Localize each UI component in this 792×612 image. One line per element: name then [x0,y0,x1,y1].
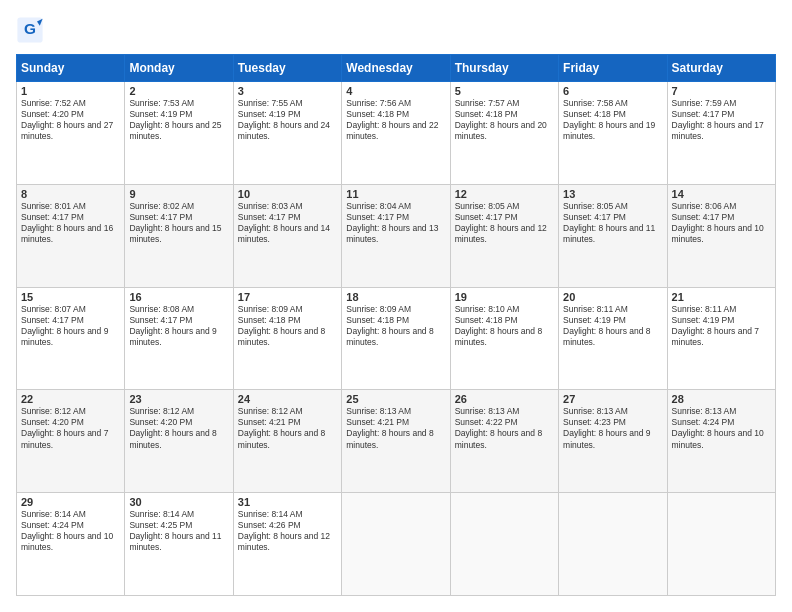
calendar-cell [342,493,450,596]
calendar-cell: 26Sunrise: 8:13 AMSunset: 4:22 PMDayligh… [450,390,558,493]
cell-info: Sunrise: 8:06 AMSunset: 4:17 PMDaylight:… [672,201,771,245]
cell-info: Sunrise: 8:13 AMSunset: 4:23 PMDaylight:… [563,406,662,450]
day-number: 28 [672,393,771,405]
day-number: 16 [129,291,228,303]
cell-info: Sunrise: 8:14 AMSunset: 4:24 PMDaylight:… [21,509,120,553]
cell-info: Sunrise: 7:56 AMSunset: 4:18 PMDaylight:… [346,98,445,142]
calendar-cell: 16Sunrise: 8:08 AMSunset: 4:17 PMDayligh… [125,287,233,390]
calendar-cell [667,493,775,596]
calendar-cell: 1Sunrise: 7:52 AMSunset: 4:20 PMDaylight… [17,82,125,185]
day-number: 25 [346,393,445,405]
cell-info: Sunrise: 8:05 AMSunset: 4:17 PMDaylight:… [563,201,662,245]
calendar-cell: 3Sunrise: 7:55 AMSunset: 4:19 PMDaylight… [233,82,341,185]
calendar-week-4: 22Sunrise: 8:12 AMSunset: 4:20 PMDayligh… [17,390,776,493]
calendar-cell: 22Sunrise: 8:12 AMSunset: 4:20 PMDayligh… [17,390,125,493]
cell-info: Sunrise: 8:02 AMSunset: 4:17 PMDaylight:… [129,201,228,245]
day-number: 6 [563,85,662,97]
calendar-cell: 21Sunrise: 8:11 AMSunset: 4:19 PMDayligh… [667,287,775,390]
day-number: 3 [238,85,337,97]
day-number: 7 [672,85,771,97]
calendar-week-3: 15Sunrise: 8:07 AMSunset: 4:17 PMDayligh… [17,287,776,390]
day-number: 17 [238,291,337,303]
calendar-cell: 23Sunrise: 8:12 AMSunset: 4:20 PMDayligh… [125,390,233,493]
calendar-cell: 10Sunrise: 8:03 AMSunset: 4:17 PMDayligh… [233,184,341,287]
day-number: 23 [129,393,228,405]
col-monday: Monday [125,55,233,82]
day-number: 5 [455,85,554,97]
logo: G [16,16,48,44]
cell-info: Sunrise: 7:55 AMSunset: 4:19 PMDaylight:… [238,98,337,142]
cell-info: Sunrise: 8:09 AMSunset: 4:18 PMDaylight:… [238,304,337,348]
calendar-cell: 20Sunrise: 8:11 AMSunset: 4:19 PMDayligh… [559,287,667,390]
calendar-cell: 24Sunrise: 8:12 AMSunset: 4:21 PMDayligh… [233,390,341,493]
day-number: 22 [21,393,120,405]
calendar-cell: 13Sunrise: 8:05 AMSunset: 4:17 PMDayligh… [559,184,667,287]
cell-info: Sunrise: 7:52 AMSunset: 4:20 PMDaylight:… [21,98,120,142]
day-number: 2 [129,85,228,97]
calendar-cell: 18Sunrise: 8:09 AMSunset: 4:18 PMDayligh… [342,287,450,390]
day-number: 18 [346,291,445,303]
cell-info: Sunrise: 7:58 AMSunset: 4:18 PMDaylight:… [563,98,662,142]
calendar-cell: 25Sunrise: 8:13 AMSunset: 4:21 PMDayligh… [342,390,450,493]
day-number: 15 [21,291,120,303]
calendar-cell: 28Sunrise: 8:13 AMSunset: 4:24 PMDayligh… [667,390,775,493]
cell-info: Sunrise: 8:10 AMSunset: 4:18 PMDaylight:… [455,304,554,348]
day-number: 30 [129,496,228,508]
calendar-cell: 14Sunrise: 8:06 AMSunset: 4:17 PMDayligh… [667,184,775,287]
header: G [16,16,776,44]
cell-info: Sunrise: 8:01 AMSunset: 4:17 PMDaylight:… [21,201,120,245]
day-number: 12 [455,188,554,200]
cell-info: Sunrise: 8:05 AMSunset: 4:17 PMDaylight:… [455,201,554,245]
day-number: 14 [672,188,771,200]
cell-info: Sunrise: 8:07 AMSunset: 4:17 PMDaylight:… [21,304,120,348]
calendar-cell: 19Sunrise: 8:10 AMSunset: 4:18 PMDayligh… [450,287,558,390]
day-number: 21 [672,291,771,303]
cell-info: Sunrise: 8:04 AMSunset: 4:17 PMDaylight:… [346,201,445,245]
day-number: 24 [238,393,337,405]
day-number: 19 [455,291,554,303]
cell-info: Sunrise: 8:12 AMSunset: 4:20 PMDaylight:… [21,406,120,450]
col-saturday: Saturday [667,55,775,82]
cell-info: Sunrise: 8:12 AMSunset: 4:21 PMDaylight:… [238,406,337,450]
col-tuesday: Tuesday [233,55,341,82]
cell-info: Sunrise: 8:08 AMSunset: 4:17 PMDaylight:… [129,304,228,348]
calendar-cell: 29Sunrise: 8:14 AMSunset: 4:24 PMDayligh… [17,493,125,596]
calendar-cell: 9Sunrise: 8:02 AMSunset: 4:17 PMDaylight… [125,184,233,287]
cell-info: Sunrise: 7:57 AMSunset: 4:18 PMDaylight:… [455,98,554,142]
cell-info: Sunrise: 8:14 AMSunset: 4:25 PMDaylight:… [129,509,228,553]
logo-icon: G [16,16,44,44]
day-number: 27 [563,393,662,405]
calendar-cell: 17Sunrise: 8:09 AMSunset: 4:18 PMDayligh… [233,287,341,390]
svg-text:G: G [24,20,36,37]
calendar-cell: 15Sunrise: 8:07 AMSunset: 4:17 PMDayligh… [17,287,125,390]
day-number: 10 [238,188,337,200]
cell-info: Sunrise: 8:09 AMSunset: 4:18 PMDaylight:… [346,304,445,348]
calendar-cell: 12Sunrise: 8:05 AMSunset: 4:17 PMDayligh… [450,184,558,287]
calendar-cell: 8Sunrise: 8:01 AMSunset: 4:17 PMDaylight… [17,184,125,287]
col-thursday: Thursday [450,55,558,82]
col-sunday: Sunday [17,55,125,82]
day-number: 31 [238,496,337,508]
calendar-week-5: 29Sunrise: 8:14 AMSunset: 4:24 PMDayligh… [17,493,776,596]
page: G Sunday Monday Tuesday Wednesday Thursd… [0,0,792,612]
cell-info: Sunrise: 8:13 AMSunset: 4:24 PMDaylight:… [672,406,771,450]
cell-info: Sunrise: 8:03 AMSunset: 4:17 PMDaylight:… [238,201,337,245]
calendar-week-2: 8Sunrise: 8:01 AMSunset: 4:17 PMDaylight… [17,184,776,287]
cell-info: Sunrise: 8:13 AMSunset: 4:21 PMDaylight:… [346,406,445,450]
cell-info: Sunrise: 8:12 AMSunset: 4:20 PMDaylight:… [129,406,228,450]
day-number: 13 [563,188,662,200]
day-number: 4 [346,85,445,97]
calendar-cell [450,493,558,596]
cell-info: Sunrise: 7:53 AMSunset: 4:19 PMDaylight:… [129,98,228,142]
day-number: 26 [455,393,554,405]
cell-info: Sunrise: 8:13 AMSunset: 4:22 PMDaylight:… [455,406,554,450]
calendar-cell: 31Sunrise: 8:14 AMSunset: 4:26 PMDayligh… [233,493,341,596]
day-number: 9 [129,188,228,200]
day-number: 8 [21,188,120,200]
col-wednesday: Wednesday [342,55,450,82]
calendar-cell: 4Sunrise: 7:56 AMSunset: 4:18 PMDaylight… [342,82,450,185]
calendar-week-1: 1Sunrise: 7:52 AMSunset: 4:20 PMDaylight… [17,82,776,185]
day-number: 29 [21,496,120,508]
calendar-cell: 7Sunrise: 7:59 AMSunset: 4:17 PMDaylight… [667,82,775,185]
day-number: 11 [346,188,445,200]
